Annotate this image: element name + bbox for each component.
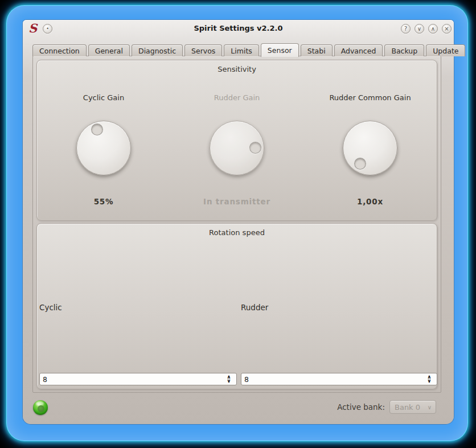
rudder-rotation-label: Rudder	[241, 303, 268, 312]
tab-diagnostic[interactable]: Diagnostic	[132, 44, 183, 56]
cyclic-rotation-spinbox[interactable]: 8 ∧ ∨	[39, 373, 237, 385]
minimize-button[interactable]: ∨	[415, 24, 424, 34]
tab-advanced[interactable]: Advanced	[334, 44, 383, 56]
close-button[interactable]: ×	[442, 24, 452, 34]
titlebar-buttons: ? ∨ ∧ ×	[401, 24, 452, 34]
cyclic-gain-label: Cyclic Gain	[83, 93, 124, 102]
cyclic-gain-value: 55%	[94, 197, 114, 206]
sensitivity-group: Sensitivity Cyclic Gain 55% Rudder Gain	[36, 60, 437, 221]
tab-servos[interactable]: Servos	[184, 44, 222, 56]
sensor-tab-page: Sensitivity Cyclic Gain 55% Rudder Gain	[32, 56, 441, 393]
tab-limits[interactable]: Limits	[224, 44, 259, 56]
tab-connection[interactable]: Connection	[32, 44, 87, 56]
rudder-rotation-spinbox[interactable]: 8 ∧ ∨	[241, 373, 437, 385]
rotation-speed-group-title: Rotation speed	[37, 224, 437, 237]
desktop: S • Spirit Settings v2.2.0 ? ∨ ∧ × Conne…	[0, 0, 476, 448]
rudder-rotation-value[interactable]: 8	[241, 375, 424, 384]
app-window: S • Spirit Settings v2.2.0 ? ∨ ∧ × Conne…	[23, 20, 454, 424]
maximize-button[interactable]: ∧	[428, 24, 438, 34]
rudder-gain-control: Rudder Gain In transmitter	[170, 73, 303, 206]
tab-sensor[interactable]: Sensor	[261, 43, 299, 57]
rudder-common-gain-label: Rudder Common Gain	[329, 93, 411, 102]
connection-status-led	[33, 400, 48, 415]
rudder-gain-knob	[210, 121, 264, 175]
rotation-speed-group: Rotation speed Cyclic Rudder 8 ∧ ∨ 8 ∧ ∨	[36, 223, 437, 389]
tab-backup[interactable]: Backup	[384, 44, 424, 56]
rudder-common-gain-knob[interactable]	[343, 121, 397, 175]
help-button[interactable]: ?	[401, 24, 411, 34]
rudder-gain-label: Rudder Gain	[214, 93, 260, 102]
spin-down-icon[interactable]: ∨	[427, 379, 431, 383]
cyclic-gain-control: Cyclic Gain 55%	[37, 73, 170, 206]
rudder-gain-value: In transmitter	[203, 197, 270, 206]
rudder-common-gain-value: 1,00x	[357, 197, 383, 206]
cyclic-rotation-label: Cyclic	[39, 303, 62, 312]
knob-indicator	[91, 124, 103, 135]
knob-indicator	[354, 158, 366, 170]
sensitivity-group-title: Sensitivity	[37, 60, 437, 73]
titlebar[interactable]: S • Spirit Settings v2.2.0 ? ∨ ∧ ×	[23, 20, 454, 37]
knob-indicator	[249, 142, 261, 154]
tab-general[interactable]: General	[88, 44, 130, 56]
active-bank-select[interactable]: Bank 0 ∨	[389, 400, 436, 414]
tab-update[interactable]: Update	[426, 44, 465, 56]
rudder-common-gain-control: Rudder Common Gain 1,00x	[303, 73, 437, 206]
cyclic-rotation-value[interactable]: 8	[40, 375, 224, 384]
tab-stabi[interactable]: Stabi	[301, 44, 333, 56]
active-bank-value: Bank 0	[390, 403, 428, 412]
chevron-down-icon: ∨	[428, 404, 436, 410]
spin-down-icon[interactable]: ∨	[227, 379, 231, 383]
active-bank-label: Active bank:	[337, 402, 385, 412]
spinner-arrows-icon[interactable]: ∧ ∨	[224, 375, 236, 383]
tab-bar: Connection General Diagnostic Servos Lim…	[32, 43, 465, 56]
window-title: Spirit Settings v2.2.0	[23, 24, 454, 32]
knob-row: Cyclic Gain 55% Rudder Gain In transmitt…	[37, 73, 437, 206]
cyclic-gain-knob[interactable]	[76, 121, 131, 175]
spinner-arrows-icon[interactable]: ∧ ∨	[424, 375, 437, 383]
